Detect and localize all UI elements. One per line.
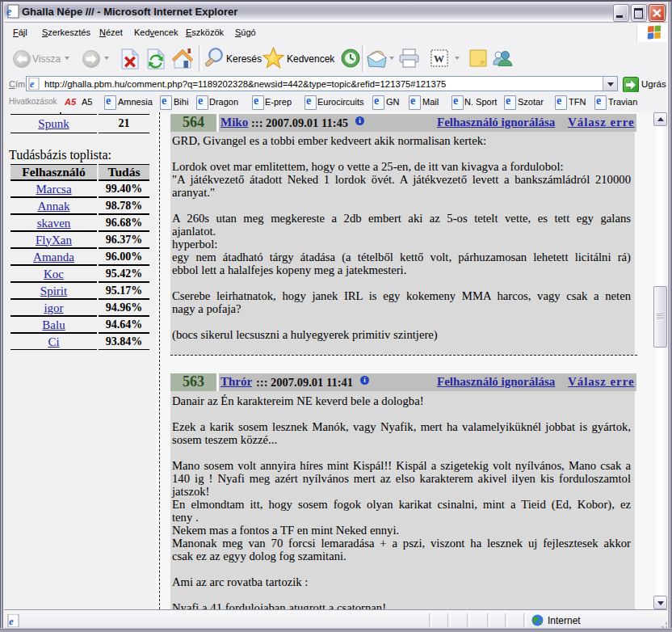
svg-text:W: W [434, 53, 444, 65]
svg-text:e: e [6, 6, 11, 18]
svg-text:e: e [9, 615, 14, 627]
svg-text:e: e [30, 78, 35, 90]
